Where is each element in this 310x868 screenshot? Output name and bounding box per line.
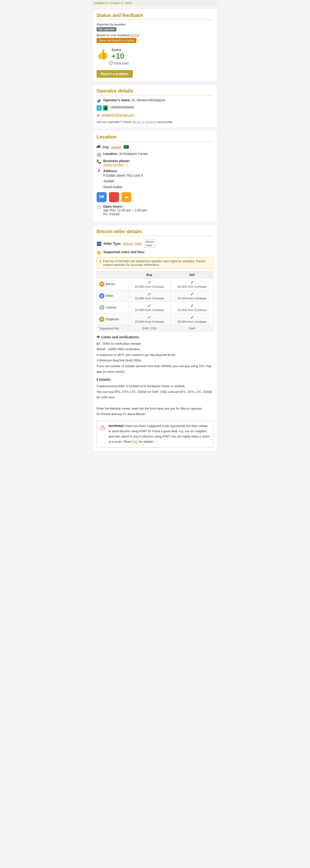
status-feedback-title: Status and feedback	[97, 12, 213, 20]
not-reported-badge: Not reported	[97, 27, 116, 31]
coins-icon: 🪙	[97, 250, 101, 255]
score-area: 👍 Score +10	[97, 48, 213, 61]
detail-line: You can buy BTC, ETH, LTC, DOGE for SAR,…	[97, 389, 213, 400]
address-line-2: Jeddah	[103, 179, 143, 184]
address-line-1: P.Sultan Street 7612 unit 8	[103, 173, 143, 179]
google-maps-alt-button[interactable]: 📍	[109, 192, 119, 202]
operator-details-card: Operator details 🧳 Operator's name: Dr. …	[93, 84, 217, 128]
coin-name: Dogecoin	[106, 317, 119, 321]
business-phone-row: 📞 Business phone: Show number →	[97, 159, 213, 167]
table-row: D Dogecoin ✓ 20.00% from Coinbase ✓ 20.0…	[97, 313, 213, 325]
operator-details-title: Operator details	[97, 88, 213, 95]
limit-line: A Minimum Buy/Sell (limit) 500sr.	[97, 358, 213, 363]
teller-details-title: Bitcoin teller details	[97, 229, 213, 236]
installed-text: Installed on October 17, 2018	[94, 1, 131, 5]
coin-name-cell: D Dogecoin	[97, 313, 128, 325]
telegram-icon: ✈	[97, 105, 102, 111]
limits-title: 👁 Limits and verifications:	[97, 335, 213, 339]
table-header-coin	[97, 271, 128, 278]
sell-checkmark: ✓	[173, 291, 211, 297]
sell-fee: 20.00% from Coinbase	[173, 309, 211, 312]
coin-name: Litecoin	[106, 306, 117, 309]
sell-cell: ✓ 20.00% from Coinbase	[171, 302, 213, 313]
services-link[interactable]: the list of services	[132, 120, 156, 124]
status-feedback-card: Status and feedback Reported by provider…	[93, 8, 217, 82]
sell-fee: 20.00% from Coinbase	[173, 285, 211, 288]
email-link[interactable]: ghalamini@gmail.com	[101, 113, 134, 117]
show-number-link[interactable]: Show number →	[103, 163, 128, 167]
directions-button[interactable]: ➡	[121, 192, 131, 202]
open-hours-line-1: Sat-Thu: 11:00 am – 2:00 pm	[103, 208, 147, 212]
detail-line: Enter the Medical center, walk into the …	[97, 406, 213, 417]
operator-name-label: Operator's name:	[103, 98, 131, 102]
address-icon: 📍	[97, 169, 101, 174]
limits-section: 👁 Limits and verifications: $0 - 5000 no…	[97, 335, 213, 374]
table-row: L Litecoin ✓ 20.00% from Coinbase ✓ 20.0…	[97, 302, 213, 313]
warning-faq-link[interactable]: FAQ	[132, 440, 138, 443]
location-row: 🏢 Location: Al-Ghalayini Center	[97, 152, 213, 157]
table-header-sell: Sell	[171, 271, 213, 278]
address-block: P.Sultan Street 7612 unit 8 Jeddah Saudi…	[103, 173, 143, 190]
buy-checkmark: ✓	[131, 291, 168, 297]
score-value: +10	[111, 52, 124, 61]
coin-name-cell: B Bitcoin	[97, 278, 128, 290]
coin-name: Bitcoin	[106, 282, 115, 286]
faq-link-1[interactable]: FAQ	[132, 33, 138, 37]
buy-fee: 20.00% from Coinbase	[131, 297, 168, 300]
show-votes-link[interactable]: Show votes	[114, 62, 129, 65]
table-header-buy: Buy	[128, 271, 171, 278]
city-icon: 🏙	[97, 145, 100, 149]
phone-icons: ✈ 📱	[97, 105, 108, 111]
email-row: ✉ ghalamini@gmail.com	[97, 113, 213, 118]
supported-coins-label: Supported coins and fees:	[103, 250, 145, 254]
open-hours-label: Open hours:	[103, 205, 147, 208]
phone-icon: 📞	[97, 159, 101, 164]
fee-info-box: ℹ Fees for ATM/Teller are defined by ope…	[97, 257, 213, 269]
buy-cell: ✓ 20.00% from Coinbase	[128, 313, 171, 325]
flag-icon: 🇸🇦	[124, 145, 129, 149]
buy-fee: 20.00% from Coinbase	[131, 320, 168, 323]
coin-name: Ether	[106, 294, 113, 298]
sell-cell: ✓ 20.00% from Coinbase	[171, 290, 213, 302]
phone-row: ✈ 📱 +966503009600	[97, 105, 213, 111]
report-problem-button[interactable]: Report a problem	[97, 70, 133, 78]
buy-cell: ✓ 20.00% from Coinbase	[128, 278, 171, 290]
detail-line: Cryptocurrency teller is located at Al-G…	[97, 383, 213, 389]
operator-name-row: 🧳 Operator's name: Dr. Ahmed AlGhalayini	[97, 98, 213, 103]
info-icon: ℹ	[100, 259, 101, 264]
address-row: 📍 Address: P.Sultan Street 7612 unit 8 J…	[97, 169, 213, 190]
limit-line: A maximum of 1BTC per customer per day B…	[97, 352, 213, 358]
buy-checkmark: ✓	[131, 280, 168, 285]
location-card: Location 🏙 City: Jeddah 🇸🇦 🏢 Location: A…	[93, 130, 217, 222]
operator-name-value: Dr. Ahmed AlGhalayini	[132, 98, 165, 102]
eye-icon: 👁	[97, 335, 100, 339]
briefcase-icon: 🧳	[97, 98, 101, 103]
details-section-title: ℹ Details:	[97, 378, 213, 381]
location-icon: 🏢	[97, 152, 101, 157]
location-value: Al-Ghalayini Center	[119, 152, 148, 156]
doge-icon: D	[99, 317, 104, 322]
score-block: Score +10	[111, 48, 124, 61]
eth-icon: E	[99, 293, 104, 299]
warning-box: ⚠ WARNING! Have you been suggested a job…	[97, 420, 213, 447]
buy-checkmark: ✓	[131, 315, 168, 320]
fiat-sell: SAR	[171, 325, 213, 332]
operator-note: Are you operator? Check the list of serv…	[97, 120, 213, 124]
business-phone-label: Business phone:	[103, 159, 130, 163]
phone-number: +966503009600	[110, 105, 134, 109]
sell-fee: 20.00% from Coinbase	[173, 320, 211, 323]
city-row: 🏙 City: Jeddah 🇸🇦	[97, 144, 213, 150]
google-maps-button[interactable]: 🗺	[97, 192, 106, 202]
supported-coins-row: 🪙 Supported coins and fees:	[97, 250, 213, 255]
buy-checkmark: ✓	[131, 303, 168, 309]
location-title: Location	[97, 134, 213, 142]
open-hours-line-2: Fri: Closed	[103, 212, 147, 216]
city-value[interactable]: Jeddah	[111, 145, 122, 149]
buy-cell: ✓ 20.00% from Coinbase	[128, 290, 171, 302]
open-hours-row: 🕐 Open hours: Sat-Thu: 11:00 am – 2:00 p…	[97, 205, 213, 216]
clock-icon: 🕐	[97, 205, 101, 209]
thumbs-up-icon: 👍	[97, 49, 108, 60]
teller-type-value[interactable]: Bitcoin Teller	[124, 242, 142, 246]
fiat-label: Supported fiat:	[97, 325, 128, 332]
fee-info-text: Fees for ATM/Teller are defined by opera…	[103, 259, 210, 267]
